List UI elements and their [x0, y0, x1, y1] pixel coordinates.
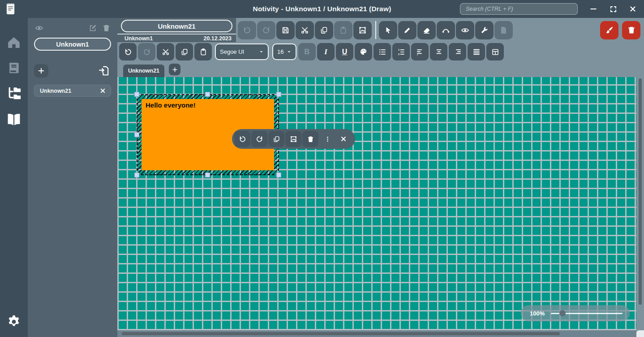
text-copy-button[interactable] [176, 43, 193, 60]
bullet-list-button[interactable] [374, 43, 391, 60]
preview-button[interactable] [34, 23, 44, 33]
canvas-area: Hello everyone! [117, 77, 644, 337]
close-window-button[interactable] [626, 2, 640, 16]
undo-button[interactable] [238, 21, 256, 39]
redo-button[interactable] [257, 21, 275, 39]
align-right-button[interactable] [449, 43, 466, 60]
view-tool-button[interactable] [456, 21, 474, 39]
selection-toolbar [232, 129, 355, 149]
notebook-name-input[interactable] [34, 38, 111, 51]
vertical-scrollbar[interactable] [636, 77, 644, 330]
delete-notebook-button[interactable] [101, 23, 111, 33]
remove-page-button[interactable] [99, 87, 106, 94]
note-title-input[interactable] [121, 20, 232, 32]
horizontal-scrollbar-thumb[interactable] [122, 332, 560, 335]
text-undo-button[interactable] [119, 43, 137, 60]
text-color-button[interactable] [355, 43, 372, 60]
resize-handle-nw[interactable] [134, 92, 139, 97]
rotate-right-button[interactable] [251, 131, 267, 147]
more-options-button[interactable] [319, 131, 335, 147]
delete-note-button[interactable] [622, 21, 640, 39]
copy-button[interactable] [315, 21, 333, 39]
cut-button[interactable] [296, 21, 314, 39]
text-cut-button[interactable] [157, 43, 174, 60]
journal-icon [6, 60, 21, 76]
numbered-list-button[interactable] [392, 43, 410, 60]
undo-icon [239, 135, 246, 143]
font-family-select[interactable]: Segoe UI [215, 43, 269, 60]
nav-reader[interactable] [5, 110, 23, 128]
redo-icon [143, 48, 151, 56]
save-button[interactable] [276, 21, 295, 39]
eye-icon [461, 26, 469, 35]
save-icon [281, 26, 290, 35]
minimize-button[interactable] [587, 2, 600, 16]
scrollbar-corner [636, 330, 644, 337]
chevron-down-icon [287, 49, 292, 54]
vertical-scrollbar-thumb[interactable] [639, 78, 642, 305]
nav-settings[interactable] [5, 313, 23, 331]
delete-shape-button[interactable] [302, 131, 318, 147]
clear-drawing-button[interactable] [600, 21, 618, 39]
add-page-button[interactable] [34, 64, 48, 78]
search-input[interactable] [460, 3, 578, 15]
nav-notebooks[interactable] [5, 85, 23, 103]
align-left-button[interactable] [411, 43, 429, 60]
select-tool-button[interactable] [379, 21, 397, 39]
settings-tool-button[interactable] [475, 21, 494, 39]
insert-table-button[interactable] [486, 43, 504, 60]
open-book-icon [5, 111, 22, 128]
eraser-tool-button[interactable] [417, 21, 436, 39]
page-tool-button[interactable] [494, 21, 513, 39]
paste-icon [339, 26, 348, 35]
italic-button[interactable]: I [317, 43, 335, 60]
text-redo-button[interactable] [138, 43, 155, 60]
resize-handle-w[interactable] [134, 132, 139, 137]
palette-icon [359, 48, 368, 56]
insert-image-button[interactable] [353, 21, 372, 39]
gear-icon [6, 314, 21, 329]
zoom-slider[interactable] [551, 313, 623, 314]
trash-icon [102, 24, 111, 32]
rotate-left-button[interactable] [234, 131, 250, 147]
note-info-block: Unknown1 20.12.2023 [117, 18, 236, 42]
drawing-canvas[interactable]: Hello everyone! [117, 77, 636, 330]
font-size-select[interactable]: 16 [272, 43, 296, 60]
resize-handle-ne[interactable] [276, 92, 281, 97]
bold-label: B [304, 48, 309, 56]
curve-icon [442, 26, 450, 35]
page-list-item[interactable]: Unknown21 [34, 85, 111, 97]
resize-handle-sw[interactable] [134, 173, 139, 177]
resize-handle-n[interactable] [205, 92, 210, 97]
nav-home[interactable] [5, 34, 23, 52]
fullscreen-button[interactable] [606, 2, 620, 16]
zoom-level-label: 100% [530, 310, 545, 317]
zoom-slider-thumb[interactable] [559, 310, 566, 316]
duplicate-button[interactable] [268, 131, 284, 147]
resize-handle-s[interactable] [205, 173, 210, 177]
pen-tool-button[interactable] [398, 21, 416, 39]
add-tab-button[interactable] [169, 64, 180, 75]
bold-button[interactable]: B [298, 43, 316, 60]
image-fill-button[interactable] [285, 131, 301, 147]
tab-unknown21[interactable]: Unknown21 [123, 65, 164, 77]
align-center-button[interactable] [430, 43, 447, 60]
nav-journal[interactable] [5, 59, 23, 77]
justify-button[interactable] [468, 43, 485, 60]
text-paste-button[interactable] [194, 43, 212, 60]
paste-button[interactable] [334, 21, 352, 39]
pen-icon [403, 26, 412, 35]
horizontal-scrollbar[interactable] [117, 330, 636, 337]
paste-icon [199, 48, 207, 56]
curve-tool-button[interactable] [437, 21, 455, 39]
resize-handle-se[interactable] [276, 173, 281, 177]
close-icon [340, 135, 347, 143]
font-size-value: 16 [277, 48, 285, 55]
edit-notebook-button[interactable] [88, 23, 98, 33]
underline-button[interactable]: U [336, 43, 353, 60]
copy-icon [273, 135, 280, 143]
import-page-button[interactable] [98, 64, 111, 78]
cut-icon [162, 48, 170, 56]
deselect-button[interactable] [335, 131, 352, 147]
trash-icon [307, 135, 314, 143]
